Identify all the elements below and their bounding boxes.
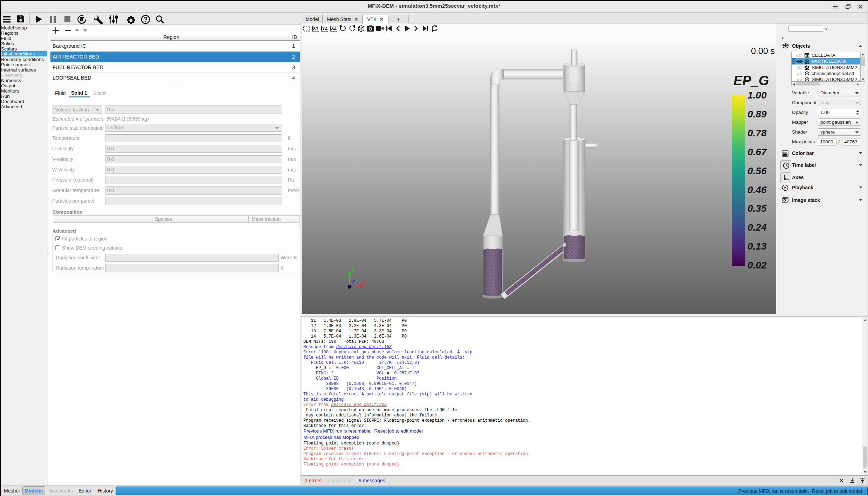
svg-text:0.89: 0.89 xyxy=(748,109,767,120)
svg-text:0.00 s: 0.00 s xyxy=(751,46,775,56)
svg-text:EP_G: EP_G xyxy=(733,73,769,88)
svg-text:X: X xyxy=(362,280,366,285)
svg-text:0.13: 0.13 xyxy=(748,241,767,252)
svg-text:YZ: YZ xyxy=(322,26,328,31)
svg-text:Z: Z xyxy=(352,279,355,284)
svg-text:0.78: 0.78 xyxy=(748,128,767,138)
svg-text:0.56: 0.56 xyxy=(748,165,767,176)
svg-text:0.46: 0.46 xyxy=(748,184,767,195)
svg-text:XZ: XZ xyxy=(331,26,337,31)
svg-text:XY: XY xyxy=(313,26,319,31)
svg-text:0.35: 0.35 xyxy=(748,203,767,214)
svg-text:1.00: 1.00 xyxy=(748,90,767,101)
svg-text:Y: Y xyxy=(351,268,355,273)
svg-text:0.24: 0.24 xyxy=(748,222,767,233)
svg-text:0.02: 0.02 xyxy=(748,260,767,271)
svg-text:0.67: 0.67 xyxy=(748,147,767,157)
